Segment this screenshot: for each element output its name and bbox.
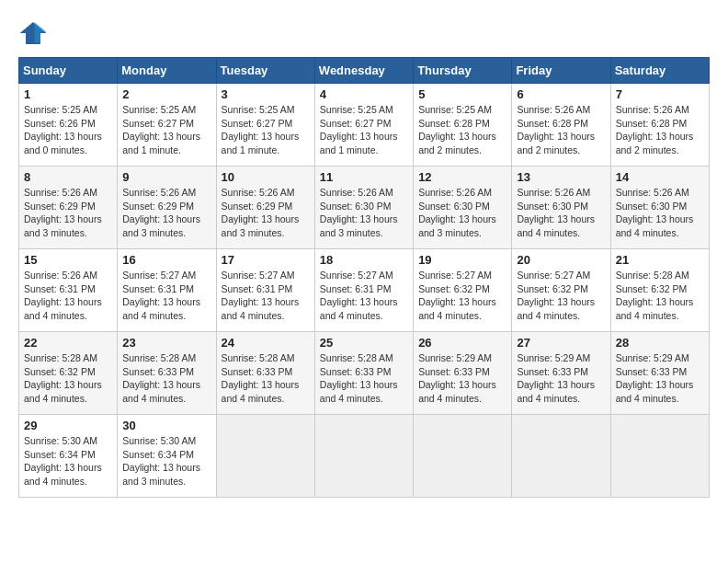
cell-text: Sunrise: 5:25 AMSunset: 6:27 PMDaylight:… [320,103,408,157]
logo-icon [18,18,48,48]
calendar-cell: 23Sunrise: 5:28 AMSunset: 6:33 PMDayligh… [118,332,216,415]
cell-text: Sunrise: 5:26 AMSunset: 6:28 PMDaylight:… [616,103,704,157]
calendar-cell: 13Sunrise: 5:26 AMSunset: 6:30 PMDayligh… [512,167,610,249]
calendar-cell: 15Sunrise: 5:26 AMSunset: 6:31 PMDayligh… [19,249,118,332]
day-number: 30 [122,419,210,432]
day-number: 17 [222,253,310,267]
calendar-cell: 6Sunrise: 5:26 AMSunset: 6:28 PMDaylight… [512,84,610,167]
col-header-tuesday: Tuesday [216,58,314,84]
cell-text: Sunrise: 5:28 AMSunset: 6:33 PMDaylight:… [122,351,210,406]
cell-text: Sunrise: 5:26 AMSunset: 6:31 PMDaylight:… [24,269,112,323]
cell-text: Sunrise: 5:27 AMSunset: 6:31 PMDaylight:… [320,269,408,323]
calendar-cell: 21Sunrise: 5:28 AMSunset: 6:32 PMDayligh… [610,249,709,332]
day-number: 12 [418,170,506,184]
cell-text: Sunrise: 5:29 AMSunset: 6:33 PMDaylight:… [418,351,506,406]
calendar-cell: 8Sunrise: 5:26 AMSunset: 6:29 PMDaylight… [19,167,118,249]
day-number: 22 [24,336,112,350]
day-number: 14 [616,170,704,184]
calendar-cell: 4Sunrise: 5:25 AMSunset: 6:27 PMDaylight… [314,84,413,167]
calendar-cell: 25Sunrise: 5:28 AMSunset: 6:33 PMDayligh… [314,332,413,415]
cell-text: Sunrise: 5:28 AMSunset: 6:32 PMDaylight:… [616,269,704,323]
cell-text: Sunrise: 5:29 AMSunset: 6:33 PMDaylight:… [517,351,605,406]
calendar-cell: 1Sunrise: 5:25 AMSunset: 6:26 PMDaylight… [19,84,118,167]
calendar-cell: 12Sunrise: 5:26 AMSunset: 6:30 PMDayligh… [414,167,512,249]
day-number: 1 [24,87,112,101]
cell-text: Sunrise: 5:26 AMSunset: 6:30 PMDaylight:… [320,186,408,240]
col-header-saturday: Saturday [610,58,709,84]
day-number: 18 [320,253,408,267]
cell-text: Sunrise: 5:27 AMSunset: 6:32 PMDaylight:… [418,269,506,323]
calendar-cell [414,415,512,498]
cell-text: Sunrise: 5:25 AMSunset: 6:27 PMDaylight:… [122,103,210,157]
cell-text: Sunrise: 5:25 AMSunset: 6:27 PMDaylight:… [222,103,310,157]
cell-text: Sunrise: 5:27 AMSunset: 6:31 PMDaylight:… [222,269,310,323]
calendar-cell: 29Sunrise: 5:30 AMSunset: 6:34 PMDayligh… [19,415,118,498]
day-number: 10 [222,170,310,184]
col-header-monday: Monday [118,58,216,84]
calendar-cell: 7Sunrise: 5:26 AMSunset: 6:28 PMDaylight… [610,84,709,167]
day-number: 11 [320,170,408,184]
cell-text: Sunrise: 5:26 AMSunset: 6:28 PMDaylight:… [517,103,605,157]
day-number: 6 [517,87,605,101]
calendar-cell: 17Sunrise: 5:27 AMSunset: 6:31 PMDayligh… [216,249,314,332]
calendar-cell: 30Sunrise: 5:30 AMSunset: 6:34 PMDayligh… [118,415,216,498]
calendar-table: SundayMondayTuesdayWednesdayThursdayFrid… [18,57,710,498]
day-number: 24 [222,336,310,350]
day-number: 7 [616,87,704,101]
cell-text: Sunrise: 5:30 AMSunset: 6:34 PMDaylight:… [24,434,112,488]
cell-text: Sunrise: 5:28 AMSunset: 6:32 PMDaylight:… [24,351,112,406]
cell-text: Sunrise: 5:26 AMSunset: 6:29 PMDaylight:… [222,186,310,240]
calendar-cell: 9Sunrise: 5:26 AMSunset: 6:29 PMDaylight… [118,167,216,249]
cell-text: Sunrise: 5:25 AMSunset: 6:28 PMDaylight:… [418,103,506,157]
day-number: 3 [222,87,310,101]
calendar-cell: 19Sunrise: 5:27 AMSunset: 6:32 PMDayligh… [414,249,512,332]
calendar-cell [512,415,610,498]
cell-text: Sunrise: 5:26 AMSunset: 6:29 PMDaylight:… [122,186,210,240]
day-number: 2 [122,87,210,101]
col-header-sunday: Sunday [19,58,118,84]
week-row-5: 29Sunrise: 5:30 AMSunset: 6:34 PMDayligh… [19,415,710,498]
cell-text: Sunrise: 5:26 AMSunset: 6:29 PMDaylight:… [24,186,112,240]
logo [18,18,51,48]
day-number: 27 [517,336,605,350]
page-header [18,18,710,48]
calendar-cell: 14Sunrise: 5:26 AMSunset: 6:30 PMDayligh… [610,167,709,249]
cell-text: Sunrise: 5:26 AMSunset: 6:30 PMDaylight:… [418,186,506,240]
day-number: 19 [418,253,506,267]
week-row-3: 15Sunrise: 5:26 AMSunset: 6:31 PMDayligh… [19,249,710,332]
day-number: 29 [24,419,112,432]
calendar-cell: 20Sunrise: 5:27 AMSunset: 6:32 PMDayligh… [512,249,610,332]
calendar-cell: 2Sunrise: 5:25 AMSunset: 6:27 PMDaylight… [118,84,216,167]
calendar-cell [216,415,314,498]
calendar-cell: 26Sunrise: 5:29 AMSunset: 6:33 PMDayligh… [414,332,512,415]
day-number: 13 [517,170,605,184]
week-row-4: 22Sunrise: 5:28 AMSunset: 6:32 PMDayligh… [19,332,710,415]
calendar-cell [610,415,709,498]
cell-text: Sunrise: 5:30 AMSunset: 6:34 PMDaylight:… [122,434,210,488]
cell-text: Sunrise: 5:29 AMSunset: 6:33 PMDaylight:… [616,351,704,406]
col-header-thursday: Thursday [414,58,512,84]
week-row-1: 1Sunrise: 5:25 AMSunset: 6:26 PMDaylight… [19,84,710,167]
calendar-cell: 10Sunrise: 5:26 AMSunset: 6:29 PMDayligh… [216,167,314,249]
day-number: 16 [122,253,210,267]
day-number: 25 [320,336,408,350]
day-number: 28 [616,336,704,350]
col-header-friday: Friday [512,58,610,84]
week-row-2: 8Sunrise: 5:26 AMSunset: 6:29 PMDaylight… [19,167,710,249]
cell-text: Sunrise: 5:26 AMSunset: 6:30 PMDaylight:… [616,186,704,240]
cell-text: Sunrise: 5:28 AMSunset: 6:33 PMDaylight:… [222,351,310,406]
day-number: 20 [517,253,605,267]
calendar-cell [314,415,413,498]
day-number: 21 [616,253,704,267]
day-number: 15 [24,253,112,267]
day-number: 4 [320,87,408,101]
col-header-wednesday: Wednesday [314,58,413,84]
day-number: 8 [24,170,112,184]
calendar-cell: 3Sunrise: 5:25 AMSunset: 6:27 PMDaylight… [216,84,314,167]
calendar-cell: 22Sunrise: 5:28 AMSunset: 6:32 PMDayligh… [19,332,118,415]
calendar-cell: 5Sunrise: 5:25 AMSunset: 6:28 PMDaylight… [414,84,512,167]
cell-text: Sunrise: 5:27 AMSunset: 6:32 PMDaylight:… [517,269,605,323]
calendar-cell: 27Sunrise: 5:29 AMSunset: 6:33 PMDayligh… [512,332,610,415]
cell-text: Sunrise: 5:26 AMSunset: 6:30 PMDaylight:… [517,186,605,240]
calendar-cell: 18Sunrise: 5:27 AMSunset: 6:31 PMDayligh… [314,249,413,332]
